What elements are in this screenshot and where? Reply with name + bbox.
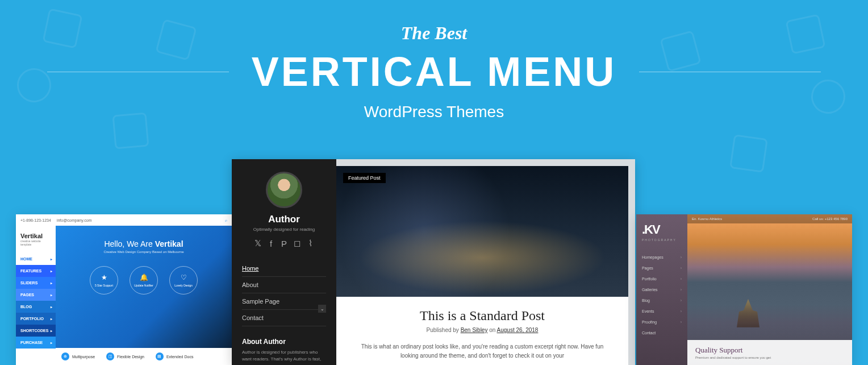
kv-nav-proofing[interactable]: Proofing bbox=[642, 317, 682, 327]
kv-hero-image: En. Kosmo Athletics Call us: +123 456 78… bbox=[687, 214, 852, 365]
instagram-icon[interactable]: ◻ bbox=[293, 239, 302, 248]
about-text: Author is designed for publishers who wa… bbox=[242, 349, 326, 363]
avatar[interactable] bbox=[266, 172, 302, 208]
feature-multipurpose: ⊕Multipurpose bbox=[61, 352, 95, 360]
post-excerpt: This is what an ordinary post looks like… bbox=[352, 342, 612, 360]
multipurpose-icon: ⊕ bbox=[61, 352, 69, 360]
author-tagline: Optimally designed for reading bbox=[242, 227, 326, 232]
qs-title: Quality Support bbox=[695, 346, 844, 355]
email-label: info@company.com bbox=[57, 218, 91, 222]
sidebar: Author Optimally designed for reading 𝕏 … bbox=[232, 159, 336, 365]
kv-logo[interactable]: .KV bbox=[642, 222, 682, 237]
circle-support[interactable]: ★5 Star Support bbox=[90, 266, 118, 295]
logo[interactable]: Vertikal creative website template bbox=[16, 226, 56, 253]
preview-vertikal: +1-898-123-1234 info@company.com ⌕ Verti… bbox=[16, 214, 232, 365]
bell-icon: 🔔 bbox=[140, 273, 148, 281]
feature-bar: ⊕Multipurpose ◫Flexible Design ▤Extended… bbox=[56, 348, 232, 365]
pinterest-icon[interactable]: P bbox=[279, 239, 289, 248]
facebook-icon[interactable]: f bbox=[266, 239, 276, 248]
social-icons: 𝕏 f P ◻ ⌇ bbox=[242, 239, 326, 248]
kv-nav-blog[interactable]: Blog bbox=[642, 295, 682, 306]
kv-nav-portfolio[interactable]: Portfolio bbox=[642, 273, 682, 284]
about-heading: About Author bbox=[242, 338, 326, 346]
kv-topbar: En. Kosmo Athletics Call us: +123 456 78… bbox=[687, 214, 852, 223]
post-date-link[interactable]: August 26, 2018 bbox=[497, 327, 539, 333]
menu-item-sliders[interactable]: SLIDERS bbox=[16, 277, 56, 289]
kv-nav-events[interactable]: Events bbox=[642, 306, 682, 317]
heart-icon: ♡ bbox=[181, 273, 187, 281]
author-name: Author bbox=[242, 214, 326, 225]
preview-kv: .KV PHOTOGRAPHY Homepages Pages Portfoli… bbox=[636, 214, 852, 365]
divider-right bbox=[639, 72, 821, 72]
docs-icon: ▤ bbox=[156, 352, 164, 360]
qs-subtitle: Premium and dedicated support to ensure … bbox=[695, 356, 844, 359]
kv-sidebar: .KV PHOTOGRAPHY Homepages Pages Portfoli… bbox=[636, 214, 687, 365]
kv-nav-galleries[interactable]: Galleries bbox=[642, 284, 682, 295]
phone-label: +1-898-123-1234 bbox=[20, 218, 51, 222]
quality-support-panel: Quality Support Premium and dedicated su… bbox=[687, 340, 852, 365]
menu-item-purchase[interactable]: PURCHASE bbox=[16, 337, 56, 349]
kv-top-left: En. Kosmo Athletics bbox=[692, 217, 722, 221]
search-icon[interactable]: ⌕ bbox=[225, 218, 227, 222]
featured-image[interactable]: Featured Post bbox=[336, 166, 628, 297]
nav-contact[interactable]: Contact bbox=[242, 310, 326, 326]
menu-item-portfolio[interactable]: PORTFOLIO bbox=[16, 313, 56, 325]
hero-banner: The Best VERTICAL MENU WordPress Themes bbox=[0, 0, 868, 121]
kv-nav-pages[interactable]: Pages bbox=[642, 263, 682, 273]
menu-item-shortcodes[interactable]: SHORTCODES bbox=[16, 325, 56, 337]
circle-update[interactable]: 🔔Update Notifier bbox=[130, 266, 158, 295]
flexible-icon: ◫ bbox=[106, 352, 114, 360]
hero-subtitle: WordPress Themes bbox=[0, 103, 868, 121]
kv-top-right: Call us: +123 456 7890 bbox=[812, 217, 848, 221]
kv-nav-contact[interactable]: Contact bbox=[642, 327, 682, 338]
hero-title: VERTICAL MENU bbox=[252, 48, 617, 95]
nav-home[interactable]: Home bbox=[242, 260, 326, 277]
post-author-link[interactable]: Ben Sibley bbox=[461, 327, 488, 333]
divider-left bbox=[47, 72, 229, 72]
vertical-menu: Vertikal creative website template HOME … bbox=[16, 226, 56, 365]
rss-icon[interactable]: ⌇ bbox=[306, 239, 315, 248]
post-title[interactable]: This is a Standard Post bbox=[352, 308, 612, 323]
topbar: +1-898-123-1234 info@company.com ⌕ bbox=[16, 214, 232, 226]
nav-about[interactable]: About bbox=[242, 277, 326, 293]
star-icon: ★ bbox=[101, 273, 107, 281]
menu-item-pages[interactable]: PAGES bbox=[16, 289, 56, 301]
sidebar-nav: Home About Sample Page⌄ Contact bbox=[242, 260, 326, 326]
feature-docs: ▤Extended Docs bbox=[156, 352, 193, 360]
hero-area: Hello, We Are Vertikal Creative Web Desi… bbox=[56, 226, 232, 365]
kv-nav: Homepages Pages Portfolio Galleries Blog… bbox=[642, 252, 682, 338]
circle-design[interactable]: ♡Lovely Design bbox=[169, 266, 198, 295]
hero-kicker: The Best bbox=[0, 23, 868, 44]
kv-tagline: PHOTOGRAPHY bbox=[642, 238, 682, 242]
nav-sample[interactable]: Sample Page⌄ bbox=[242, 293, 326, 310]
feature-flexible: ◫Flexible Design bbox=[106, 352, 144, 360]
menu-item-blog[interactable]: BLOG bbox=[16, 301, 56, 313]
post-meta: Published by Ben Sibley on August 26, 20… bbox=[352, 327, 612, 333]
twitter-icon[interactable]: 𝕏 bbox=[253, 239, 262, 248]
featured-badge: Featured Post bbox=[343, 173, 386, 183]
content-area: Featured Post This is a Standard Post Pu… bbox=[336, 166, 628, 365]
menu-item-features[interactable]: FEATURES bbox=[16, 265, 56, 277]
preview-author: Author Optimally designed for reading 𝕏 … bbox=[232, 159, 635, 365]
menu-item-home[interactable]: HOME bbox=[16, 253, 56, 265]
kv-nav-homepages[interactable]: Homepages bbox=[642, 252, 682, 263]
